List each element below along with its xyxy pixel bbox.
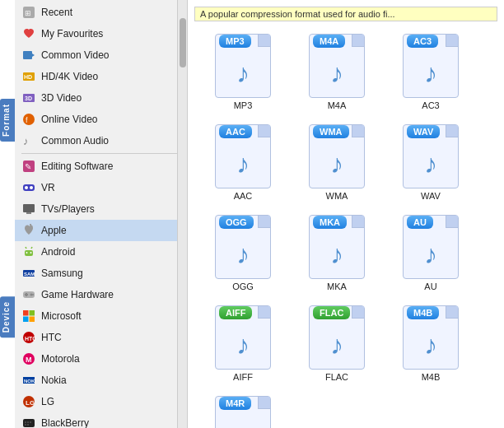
- sidebar-item-label: Common Video: [41, 49, 110, 61]
- sidebar-item-blackberry[interactable]: BlackBerry: [15, 412, 187, 428]
- sidebar-item-label: LG: [41, 396, 54, 407]
- format-item-ac3[interactable]: AC3 ♪ AC3: [385, 28, 476, 115]
- tv-icon: [21, 202, 36, 216]
- format-icon-m4a: M4A ♪: [304, 33, 370, 99]
- music-note: ♪: [330, 330, 343, 361]
- format-icon-mka: MKA ♪: [304, 214, 370, 280]
- format-label-ogg: OGG: [232, 281, 254, 291]
- sidebar-item-label: Online Video: [41, 114, 98, 125]
- sidebar-item-common-audio[interactable]: ♪ Common Audio: [15, 130, 187, 151]
- format-icon-ac3: AC3 ♪: [398, 33, 464, 99]
- sidebar-item-lg[interactable]: LG LG: [15, 391, 187, 412]
- badge-m4r: M4R: [219, 397, 251, 410]
- format-item-aiff[interactable]: AIFF ♪ AIFF: [198, 300, 288, 387]
- sidebar-item-label: BlackBerry: [41, 417, 89, 428]
- format-item-wav[interactable]: WAV ♪ WAV: [385, 119, 476, 206]
- svg-point-44: [25, 421, 26, 423]
- blackberry-icon: [21, 416, 36, 428]
- microsoft-icon: [21, 309, 36, 323]
- format-item-wma[interactable]: WMA ♪ WMA: [292, 119, 382, 206]
- music-note: ♪: [424, 58, 437, 89]
- sidebar-item-label: HD/4K Video: [41, 71, 98, 82]
- 3d-icon: 3D: [21, 91, 36, 105]
- format-label-aac: AAC: [234, 191, 253, 201]
- sidebar-item-label: VR: [41, 182, 55, 193]
- music-note: ♪: [424, 149, 437, 179]
- sidebar-item-label: Common Audio: [41, 135, 109, 147]
- sidebar-item-3d-video[interactable]: 3D 3D Video: [15, 87, 187, 109]
- sidebar-item-common-video[interactable]: Common Video: [15, 44, 187, 66]
- sidebar-item-vr[interactable]: VR: [15, 177, 187, 198]
- sidebar-item-label: Microsoft: [41, 310, 82, 322]
- sidebar-item-label: Nokia: [41, 374, 67, 386]
- format-item-aac[interactable]: AAC ♪ AAC: [198, 119, 288, 206]
- sidebar-item-online-video[interactable]: f Online Video: [15, 109, 187, 130]
- format-label-aiff: AIFF: [233, 372, 253, 382]
- badge-m4b: M4B: [407, 306, 439, 319]
- sidebar-item-android[interactable]: Android: [15, 241, 187, 263]
- edit-icon: ✎: [21, 159, 36, 174]
- format-item-m4r[interactable]: M4R ♪ RING M4R: [198, 390, 288, 428]
- music-note: ♪: [330, 58, 343, 89]
- sidebar-scrollbar[interactable]: [177, 0, 187, 428]
- badge-au: AU: [407, 216, 433, 229]
- format-icon-wav: WAV ♪: [398, 123, 464, 189]
- sidebar-item-samsung[interactable]: SAMS Samsung: [15, 263, 187, 284]
- sidebar-item-label: Editing Software: [41, 160, 113, 172]
- format-item-m4b[interactable]: M4B ♪ M4B: [385, 300, 476, 387]
- svg-rect-33: [23, 317, 29, 323]
- svg-text:3D: 3D: [25, 95, 32, 101]
- sidebar-item-apple[interactable]: Apple: [15, 220, 187, 241]
- sidebar-item-motorola[interactable]: M Motorola: [15, 348, 187, 370]
- music-note: ♪: [236, 421, 250, 429]
- svg-text:HD: HD: [24, 74, 32, 80]
- format-label-au: AU: [424, 281, 436, 291]
- sidebar-item-label: Game Hardware: [41, 289, 114, 300]
- svg-text:SAMS: SAMS: [24, 272, 35, 277]
- music-note: ♪: [236, 58, 250, 89]
- sidebar-item-htc[interactable]: HTC HTC: [15, 327, 187, 348]
- badge-flac: FLAC: [313, 306, 350, 319]
- svg-rect-34: [30, 317, 35, 323]
- video-icon: [21, 48, 36, 63]
- format-icon-aac: AAC ♪: [210, 123, 276, 189]
- format-item-mp3[interactable]: MP3 ♪ MP3: [198, 28, 288, 115]
- format-item-ogg[interactable]: OGG ♪ OGG: [198, 209, 288, 296]
- sidebar-item-editing[interactable]: ✎ Editing Software: [15, 156, 187, 177]
- format-icon-m4b: M4B ♪: [398, 305, 464, 370]
- vr-icon: [21, 180, 36, 195]
- sidebar: Format Device ⊞ Recent My Favourites: [0, 0, 188, 428]
- format-item-flac[interactable]: FLAC ♪ FLAC: [292, 300, 382, 387]
- tooltip-bar: A popular compression format used for au…: [194, 7, 497, 21]
- sidebar-item-game[interactable]: Game Hardware: [15, 284, 187, 305]
- svg-marker-3: [32, 54, 35, 57]
- motorola-icon: M: [21, 351, 36, 366]
- scrollbar-thumb[interactable]: [180, 18, 186, 67]
- format-icon-flac: FLAC ♪: [304, 305, 370, 370]
- format-item-m4a[interactable]: M4A ♪ M4A: [292, 28, 382, 115]
- svg-text:⊞: ⊞: [25, 9, 31, 17]
- svg-rect-32: [30, 310, 35, 316]
- sidebar-item-nokia[interactable]: NOKIA Nokia: [15, 370, 187, 391]
- format-item-mka[interactable]: MKA ♪ MKA: [292, 209, 382, 296]
- sidebar-item-recent[interactable]: ⊞ Recent: [15, 2, 187, 23]
- sidebar-item-microsoft[interactable]: Microsoft: [15, 305, 187, 327]
- svg-text:M: M: [26, 356, 32, 364]
- main-content: A popular compression format used for au…: [188, 0, 504, 428]
- sidebar-item-tvs[interactable]: TVs/Players: [15, 198, 187, 220]
- sidebar-item-label: Recent: [41, 7, 72, 18]
- format-item-au[interactable]: AU ♪ AU: [385, 209, 476, 296]
- format-icon-m4r: M4R ♪ RING: [210, 395, 276, 428]
- svg-point-20: [26, 252, 28, 254]
- device-tab: Device: [0, 296, 15, 337]
- sidebar-item-hd-video[interactable]: HD HD/4K Video: [15, 66, 187, 87]
- lg-icon: LG: [21, 394, 36, 409]
- sidebar-item-favourites[interactable]: My Favourites: [15, 23, 187, 44]
- svg-rect-43: [23, 419, 35, 427]
- format-label-m4b: M4B: [422, 372, 441, 382]
- apple-icon: [21, 223, 36, 238]
- nokia-icon: NOKIA: [21, 373, 36, 388]
- badge-ac3: AC3: [407, 35, 438, 48]
- clock-icon: ⊞: [21, 5, 36, 20]
- format-icon-mp3: MP3 ♪: [210, 33, 276, 99]
